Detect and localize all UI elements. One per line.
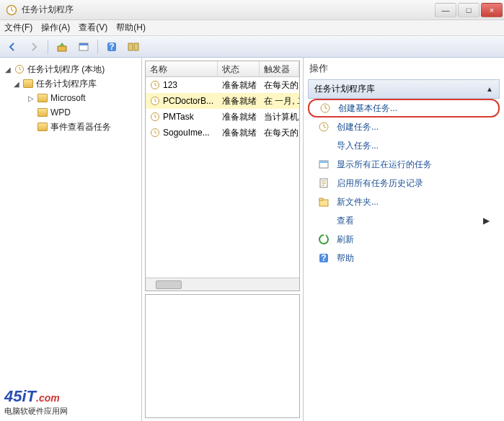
maximize-button[interactable]: □ [458,3,479,17]
table-row[interactable]: 123准备就绪在每天的 [146,77,299,93]
clock-icon [150,96,160,106]
svg-rect-3 [79,43,88,45]
main-area: ◢ 任务计划程序 (本地) ◢ 任务计划程序库 ▷ Microsoft WPD … [0,58,504,421]
tree-node-microsoft[interactable]: ▷ Microsoft [1,91,140,105]
action-enable-history[interactable]: 启用所有任务历史记录 [308,174,500,192]
menu-bar: 文件(F) 操作(A) 查看(V) 帮助(H) [0,20,504,36]
col-trigger[interactable]: 触发器 [260,61,299,76]
back-button[interactable] [3,39,22,55]
collapse-icon[interactable]: ◢ [13,80,20,88]
folder-icon [37,108,48,117]
tree-node-eventviewer[interactable]: 事件查看器任务 [1,120,140,134]
clock-icon [14,64,25,74]
toolbar: ? [0,36,504,58]
action-import-task[interactable]: 导入任务... [308,136,500,155]
clock-icon [150,80,160,90]
action-icon [318,121,330,133]
forward-button[interactable] [25,39,43,55]
tree-root[interactable]: ◢ 任务计划程序 (本地) [1,62,140,76]
col-name[interactable]: 名称 [146,61,218,76]
action-icon [318,177,330,189]
menu-help[interactable]: 帮助(H) [116,22,146,34]
action-icon [318,196,330,208]
close-button[interactable]: × [481,3,503,17]
action-icon [318,215,330,226]
task-grid: 名称 状态 触发器 123准备就绪在每天的PCDoctorB...准备就绪在 一… [145,61,300,291]
folder-icon [37,94,48,102]
action-show-running[interactable]: 显示所有正在运行的任务 [308,155,500,174]
collapse-caret-icon: ▲ [486,85,493,93]
svg-rect-1 [58,46,66,51]
horizontal-scrollbar[interactable] [146,278,299,291]
clock-icon [150,112,160,122]
action-create-basic-task[interactable]: 创建基本任务... [308,99,500,118]
table-row[interactable]: SogouIme...准备就绪在每天的 [146,125,299,141]
menu-action[interactable]: 操作(A) [41,22,70,34]
minimize-button[interactable]: — [435,3,456,17]
svg-text:?: ? [321,253,326,263]
grid-header: 名称 状态 触发器 [146,61,299,77]
properties-button[interactable] [74,39,93,55]
app-icon [6,4,17,16]
folder-icon [37,123,48,131]
svg-rect-19 [319,198,323,200]
col-state[interactable]: 状态 [218,61,260,76]
tree-lib[interactable]: ◢ 任务计划程序库 [1,76,140,91]
collapse-icon[interactable]: ◢ [4,66,12,74]
help-button[interactable]: ? [102,39,121,55]
svg-rect-7 [134,43,138,50]
actions-title: 操作 [304,58,504,79]
action-icon [319,102,331,114]
action-icon [318,159,330,170]
submenu-arrow-icon: ▶ [483,216,490,226]
watermark: 45iT.com 电脑软硬件应用网 [4,387,68,417]
action-create-task[interactable]: 创建任务... [308,118,500,136]
expand-icon[interactable]: ▷ [27,94,35,102]
pane-button[interactable] [124,39,143,55]
action-icon: ? [318,252,330,264]
action-help[interactable]: ?帮助 [308,249,500,267]
window-title: 任务计划程序 [22,4,435,16]
menu-file[interactable]: 文件(F) [4,22,32,34]
action-icon [318,140,330,151]
svg-text:?: ? [109,42,114,52]
action-view[interactable]: 查看▶ [308,211,500,230]
tree-node-wpd[interactable]: WPD [1,105,140,120]
action-refresh[interactable]: 刷新 [308,230,500,249]
svg-rect-16 [319,161,328,163]
folder-icon [23,79,33,88]
clock-icon [150,128,160,138]
up-button[interactable] [53,39,71,55]
svg-rect-6 [128,43,133,50]
actions-pane: 操作 任务计划程序库 ▲ 创建基本任务...创建任务...导入任务...显示所有… [304,58,504,421]
title-bar: 任务计划程序 — □ × [0,0,504,20]
actions-section-header[interactable]: 任务计划程序库 ▲ [308,79,500,99]
table-row[interactable]: PMTask准备就绪当计算机空 [146,109,299,125]
nav-tree: ◢ 任务计划程序 (本地) ◢ 任务计划程序库 ▷ Microsoft WPD … [0,58,142,421]
menu-view[interactable]: 查看(V) [79,22,107,34]
task-list-pane: 名称 状态 触发器 123准备就绪在每天的PCDoctorB...准备就绪在 一… [142,58,304,421]
action-new-folder[interactable]: 新文件夹... [308,192,500,211]
table-row[interactable]: PCDoctorB...准备就绪在 一月, 二 [146,93,299,109]
action-icon [318,234,330,245]
detail-pane [145,294,300,418]
